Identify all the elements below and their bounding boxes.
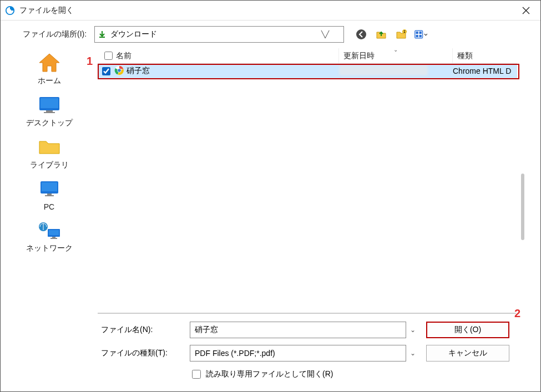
scrollbar[interactable]	[517, 48, 528, 309]
svg-rect-6	[419, 32, 422, 34]
svg-rect-19	[49, 230, 59, 235]
readonly-checkbox[interactable]	[192, 370, 201, 379]
open-button-label: 開く(O)	[454, 325, 481, 335]
row-checkbox[interactable]	[102, 67, 110, 75]
filetype-value: PDF Files (*.PDF;*.pdf)	[195, 349, 401, 358]
svg-rect-8	[419, 35, 422, 37]
svg-rect-14	[42, 182, 57, 191]
file-kind: Chrome HTML D	[453, 67, 517, 75]
svg-point-24	[118, 69, 121, 72]
pc-icon	[37, 178, 62, 200]
place-libraries[interactable]: ライブラリ	[16, 136, 83, 170]
divider	[98, 313, 516, 314]
annotation-2-number: 2	[514, 307, 520, 320]
header-kind[interactable]: 種類	[453, 48, 517, 63]
place-label: デスクトップ	[26, 118, 73, 128]
network-icon	[37, 219, 62, 241]
new-folder-button[interactable]	[394, 27, 408, 42]
header-kind-label: 種類	[457, 51, 473, 61]
open-button[interactable]: 開く(O)	[426, 322, 509, 338]
header-date-label: 更新日時	[343, 51, 375, 61]
header-name-label: 名前	[116, 51, 132, 61]
filename-dropdown[interactable]: ⌄	[406, 326, 419, 334]
download-arrow-icon	[98, 30, 107, 38]
svg-rect-16	[45, 195, 54, 196]
location-value: ダウンロード	[110, 29, 310, 39]
open-file-dialog: ファイルを開く ファイルの場所(I): ダウンロード ╲╱	[0, 0, 541, 392]
app-icon	[5, 6, 15, 16]
bottom-form: 2 ファイル名(N): 硝子窓 ⌄ 開く(O) ファイルの種類(T): PDF …	[98, 319, 528, 391]
back-button[interactable]	[354, 27, 368, 42]
svg-rect-15	[47, 194, 52, 195]
file-name: 硝子窓	[127, 66, 150, 76]
svg-rect-12	[44, 112, 55, 113]
select-all-checkbox[interactable]	[104, 52, 113, 60]
place-pc[interactable]: PC	[16, 178, 83, 211]
svg-point-1	[9, 9, 12, 12]
svg-rect-11	[46, 110, 53, 112]
svg-rect-21	[50, 238, 57, 239]
filetype-dropdown[interactable]: ⌄	[406, 349, 419, 357]
home-icon	[37, 52, 62, 74]
header-date[interactable]: ⌄ 更新日時	[339, 48, 453, 63]
folder-icon	[37, 136, 62, 158]
column-headers: 名前 ⌄ 更新日時 種類	[98, 48, 517, 64]
svg-rect-5	[416, 32, 418, 34]
header-name[interactable]: 名前	[98, 48, 339, 63]
file-list: 名前 ⌄ 更新日時 種類	[98, 48, 517, 309]
readonly-label: 読み取り専用ファイルとして開く(R)	[206, 369, 333, 379]
filename-value: 硝子窓	[195, 325, 401, 335]
titlebar: ファイルを開く	[1, 1, 540, 21]
dialog-title: ファイルを開く	[19, 6, 74, 16]
desktop-icon	[37, 94, 62, 116]
file-date-redacted	[339, 65, 428, 75]
svg-rect-7	[416, 35, 418, 37]
up-folder-button[interactable]	[374, 27, 388, 42]
place-home[interactable]: ホーム	[16, 52, 83, 86]
location-label: ファイルの場所(I):	[23, 29, 87, 39]
place-label: PC	[44, 202, 54, 211]
filename-input[interactable]: 硝子窓	[190, 322, 406, 338]
filename-label: ファイル名(N):	[101, 325, 190, 335]
cancel-button-label: キャンセル	[448, 348, 487, 358]
scrollbar-thumb[interactable]	[521, 174, 524, 240]
place-label: ライブラリ	[30, 160, 69, 170]
svg-point-2	[356, 29, 366, 39]
location-toolbar: ファイルの場所(I): ダウンロード ╲╱	[1, 21, 540, 48]
file-row[interactable]: 硝子窓 Chrome HTML D	[98, 64, 517, 78]
location-combo[interactable]: ダウンロード ╲╱	[94, 26, 344, 43]
chrome-icon	[114, 65, 124, 77]
place-label: ネットワーク	[26, 243, 73, 253]
chevron-down-icon: ╲╱	[310, 30, 340, 38]
place-network[interactable]: ネットワーク	[16, 219, 83, 253]
close-button[interactable]	[513, 1, 539, 21]
svg-rect-10	[41, 98, 58, 108]
svg-rect-20	[52, 237, 55, 238]
place-label: ホーム	[38, 76, 61, 86]
filetype-combo[interactable]: PDF Files (*.PDF;*.pdf)	[190, 345, 406, 362]
filetype-label: ファイルの種類(T):	[101, 348, 190, 358]
sort-caret-icon: ⌄	[393, 47, 398, 53]
place-desktop[interactable]: デスクトップ	[16, 94, 83, 128]
view-menu-button[interactable]	[414, 27, 428, 42]
places-sidebar: ホーム デスクトップ ライブラリ PC	[1, 48, 98, 391]
cancel-button[interactable]: キャンセル	[426, 345, 509, 362]
